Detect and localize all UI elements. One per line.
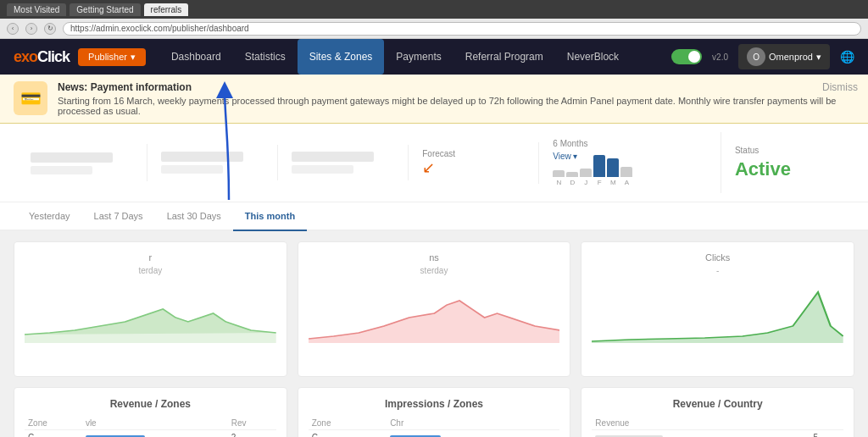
col-revenue-country: Revenue bbox=[592, 417, 810, 430]
url-input[interactable]: https://admin.exoclick.com/publisher/das… bbox=[63, 22, 861, 36]
forward-button[interactable]: › bbox=[25, 23, 37, 35]
nav-payments[interactable]: Payments bbox=[384, 39, 453, 75]
forecast-box: Forecast ↙ bbox=[409, 142, 539, 184]
col-chr: Chr bbox=[387, 417, 559, 430]
refresh-button[interactable]: ↻ bbox=[44, 23, 56, 35]
months-label: 6 Months bbox=[553, 139, 707, 148]
status-value: Active bbox=[735, 158, 837, 180]
date-tab-30days[interactable]: Last 30 Days bbox=[155, 202, 233, 231]
chart-card-revenue: r terday bbox=[14, 241, 287, 377]
chevron-down-icon: ▾ bbox=[131, 52, 136, 63]
username-label: Omenprod bbox=[769, 52, 813, 62]
notification-icon: 💳 bbox=[14, 81, 47, 115]
header-right: v2.0 O Omenprod ▾ 🌐 bbox=[671, 44, 854, 69]
month-bar-A: A bbox=[620, 167, 632, 186]
publisher-button[interactable]: Publisher ▾ bbox=[78, 48, 146, 66]
table-revenue-country: Revenue / Country Revenue 5 bbox=[581, 387, 854, 437]
six-months-box: 6 Months View ▾ NDJFMA bbox=[539, 132, 721, 193]
version-label: v2.0 bbox=[712, 53, 728, 62]
chart-title-impressions: ns bbox=[309, 252, 560, 263]
notification-banner: 💳 News: Payment information Starting fro… bbox=[0, 75, 868, 124]
toggle-switch[interactable] bbox=[671, 49, 702, 64]
month-bar-N: N bbox=[553, 170, 565, 186]
impressions-chart-svg bbox=[309, 275, 560, 343]
table-impressions-zones: Impressions / Zones Zone Chr C On ule bbox=[298, 387, 571, 437]
stat-card-3 bbox=[278, 145, 409, 180]
view-button[interactable]: View ▾ bbox=[553, 152, 707, 161]
language-icon[interactable]: 🌐 bbox=[840, 50, 854, 64]
revenue-country-table: Revenue 5 bbox=[592, 417, 843, 437]
nav-sites-zones[interactable]: Sites & Zones bbox=[298, 39, 385, 75]
table-title-revenue-country: Revenue / Country bbox=[592, 398, 843, 410]
user-chevron-icon: ▾ bbox=[816, 52, 821, 63]
nav-referral[interactable]: Referral Program bbox=[453, 39, 555, 75]
chart-sub-impressions: sterday bbox=[309, 266, 560, 275]
table-row: 5 bbox=[592, 430, 843, 438]
chart-title-clicks: Clicks bbox=[592, 252, 843, 263]
date-tabs: Yesterday Last 7 Days Last 30 Days This … bbox=[0, 202, 868, 231]
browser-tab-3[interactable]: referrals bbox=[144, 3, 189, 16]
status-label: Status bbox=[735, 146, 837, 155]
months-chart: NDJFMA bbox=[553, 161, 707, 186]
stat-card-1 bbox=[17, 144, 147, 181]
back-button[interactable]: ‹ bbox=[7, 23, 19, 35]
revenue-zones-table: Zone vle Rev C 2 On bbox=[25, 417, 276, 437]
table-title-impressions-zones: Impressions / Zones bbox=[309, 398, 560, 410]
col-zone: Zone bbox=[25, 417, 82, 430]
notification-text: Starting from 16 March, weekly payments … bbox=[58, 96, 854, 116]
notification-title: News: Payment information bbox=[58, 81, 854, 93]
tables-area: Revenue / Zones Zone vle Rev C 2 On bbox=[0, 387, 868, 437]
avatar: O bbox=[747, 47, 765, 66]
charts-area: r terday ns sterday Clicks - bbox=[0, 231, 868, 387]
forecast-arrow-icon: ↙ bbox=[422, 158, 525, 177]
month-bar-F: F bbox=[593, 155, 605, 186]
forecast-label: Forecast bbox=[422, 149, 525, 158]
col-rev: Rev bbox=[228, 417, 276, 430]
chart-card-clicks: Clicks - bbox=[581, 241, 854, 377]
app-header: exoClick Publisher ▾ Dashboard Statistic… bbox=[0, 39, 868, 75]
browser-tab-1[interactable]: Most Visited bbox=[7, 3, 66, 16]
chart-title-revenue: r bbox=[25, 252, 276, 263]
svg-marker-2 bbox=[592, 292, 843, 343]
address-bar-row: ‹ › ↻ https://admin.exoclick.com/publish… bbox=[0, 19, 868, 39]
date-tab-thismonth[interactable]: This month bbox=[233, 202, 307, 231]
publisher-label: Publisher bbox=[88, 52, 127, 62]
col-vle: vle bbox=[82, 417, 228, 430]
main-nav: Dashboard Statistics Sites & Zones Payme… bbox=[159, 39, 671, 75]
month-bar-M: M bbox=[607, 158, 619, 186]
stats-row: Forecast ↙ 6 Months View ▾ NDJFMA Status… bbox=[0, 124, 868, 202]
app-logo: exoClick bbox=[14, 48, 70, 66]
browser-tab-2[interactable]: Getting Started bbox=[70, 3, 140, 16]
clicks-chart-svg bbox=[592, 275, 843, 343]
svg-marker-0 bbox=[25, 309, 276, 343]
chevron-down-icon: ▾ bbox=[573, 152, 577, 161]
nav-neverblock[interactable]: NeverBlock bbox=[555, 39, 631, 75]
table-revenue-zones: Revenue / Zones Zone vle Rev C 2 On bbox=[14, 387, 287, 437]
impressions-zones-table: Zone Chr C On ule bbox=[309, 417, 560, 437]
revenue-chart-svg bbox=[25, 275, 276, 343]
chart-sub-revenue: terday bbox=[25, 266, 276, 275]
month-bar-D: D bbox=[566, 172, 578, 186]
stat-card-2 bbox=[147, 145, 278, 180]
date-tab-7days[interactable]: Last 7 Days bbox=[82, 202, 155, 231]
notification-content: News: Payment information Starting from … bbox=[58, 81, 854, 116]
browser-chrome: Most Visited Getting Started referrals bbox=[0, 0, 868, 19]
table-title-revenue-zones: Revenue / Zones bbox=[25, 398, 276, 410]
status-box: Status Active bbox=[721, 139, 851, 187]
notification-dismiss[interactable]: Dismiss bbox=[822, 81, 858, 93]
date-tab-yesterday[interactable]: Yesterday bbox=[17, 202, 82, 231]
col-zone-imp: Zone bbox=[309, 417, 387, 430]
chart-sub-clicks: - bbox=[592, 266, 843, 275]
chart-card-impressions: ns sterday bbox=[298, 241, 571, 377]
month-bar-J: J bbox=[580, 169, 592, 186]
nav-statistics[interactable]: Statistics bbox=[233, 39, 298, 75]
tab-bar: Most Visited Getting Started referrals bbox=[7, 3, 188, 16]
table-row: C 2 bbox=[25, 430, 276, 438]
nav-dashboard[interactable]: Dashboard bbox=[159, 39, 233, 75]
user-button[interactable]: O Omenprod ▾ bbox=[738, 44, 830, 69]
table-row: C bbox=[309, 430, 560, 438]
